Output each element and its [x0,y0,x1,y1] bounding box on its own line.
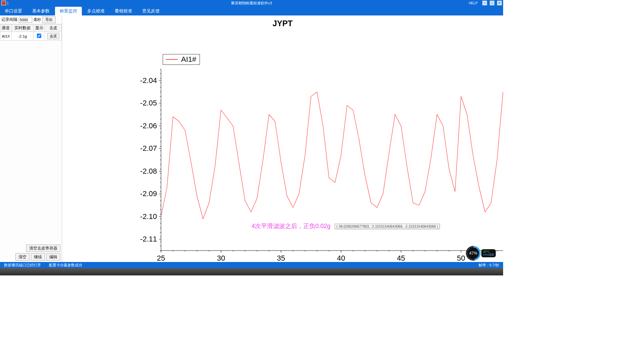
svg-text:-2.05: -2.05 [140,99,157,107]
chart-annotation: 4次平滑滤波之后，正负0.02g [252,222,330,230]
cpu-widget[interactable]: 47% 30°C CPU温度 [466,246,496,261]
show-checkbox[interactable] [37,34,41,38]
channel-table: 通道 实时数据 显示 去皮 AI1# -2.1g 去皮 [0,24,62,41]
status-kalman: 配置卡尔曼参数成功 [45,263,86,268]
help-link[interactable]: HELP [469,1,478,5]
titlebar: | 聚英翱翔称重校准软件v3 HELP – □ × [0,0,503,6]
tab-multipoint-cal[interactable]: 多点校准 [83,7,109,15]
svg-text:-2.04: -2.04 [140,76,157,85]
close-button[interactable]: × [497,1,502,5]
continue-button[interactable]: 继续 [31,253,45,261]
svg-text:-2.06: -2.06 [140,122,157,130]
minimize-button[interactable]: – [482,1,487,5]
col-channel: 通道 [0,25,12,32]
tare-button[interactable]: 去皮 [47,33,59,39]
svg-text:30: 30 [217,254,225,262]
cpu-temp-box: 30°C CPU温度 [481,249,496,258]
taskbar[interactable] [0,268,503,275]
tab-weight-monitor[interactable]: 称重监控 [55,7,82,15]
titlebar-pipe: | [7,1,8,5]
tab-feedback[interactable]: 意见反馈 [138,7,164,15]
app-icon [1,1,6,5]
col-realtime: 实时数据 [11,25,34,32]
table-row: AI1# -2.1g 去皮 [0,32,62,41]
svg-text:40: 40 [337,254,345,262]
edit-button[interactable]: 编辑 [46,253,60,261]
svg-text:-2.10: -2.10 [140,212,157,221]
svg-text:-2.08: -2.08 [140,167,157,175]
maximize-button[interactable]: □ [490,1,494,5]
status-comm: 数据通讯端口已经打开 [0,263,45,268]
sidebar: 记录间隔 毫秒 导出 通道 实时数据 显示 去皮 AI1# -2.1g 去皮 清… [0,15,62,262]
col-show: 显示 [34,25,45,32]
cell-tare: 去皮 [45,32,62,41]
cpu-temp-label: CPU温度 [483,254,494,257]
cell-channel: AI1# [0,32,12,41]
svg-text:-2.09: -2.09 [140,189,157,198]
svg-text:-2.07: -2.07 [140,144,157,152]
interval-input[interactable] [19,17,32,23]
tab-basic-params[interactable]: 基本参数 [28,7,54,15]
cpu-percent: 47% [469,251,477,256]
cell-value: -2.1g [11,32,34,41]
window-title: 聚英翱翔称重校准软件v3 [231,1,272,6]
svg-text:35: 35 [277,254,285,262]
interval-label: 记录间隔 [1,17,17,23]
interval-unit: 毫秒 [34,17,41,22]
clear-tare-register-button[interactable]: 清空去皮寄存器 [26,245,60,252]
status-fps: 帧率 : 9.7/秒 [479,263,503,268]
cell-show [34,32,45,41]
tab-range-cal[interactable]: 量程校准 [110,7,137,15]
chart-title: JYPT [62,19,503,28]
svg-text:25: 25 [157,254,165,262]
chart-tooltip: ( 39.0290288677803, -2.10151540643068, -… [335,224,440,229]
svg-text:50: 50 [457,254,465,262]
statusbar: 数据通讯端口已经打开 配置卡尔曼参数成功 帧率 : 9.7/秒 [0,262,503,268]
chart-area: JYPT AI1# -2.04-2.05-2.06-2.07-2.08-2.09… [62,15,503,262]
menubar: 串口设置 基本参数 称重监控 多点校准 量程校准 意见反馈 [0,6,503,15]
col-tare: 去皮 [45,25,62,32]
cpu-ring: 47% [466,246,481,261]
export-button[interactable]: 导出 [42,16,56,23]
legend-line-icon [166,59,178,60]
svg-text:-2.11: -2.11 [140,235,157,243]
chart-plot[interactable]: -2.04-2.05-2.06-2.07-2.08-2.09-2.10-2.11… [126,62,503,267]
svg-text:45: 45 [397,254,405,262]
tab-serial-settings[interactable]: 串口设置 [0,7,27,15]
clear-button[interactable]: 清空 [15,253,30,261]
